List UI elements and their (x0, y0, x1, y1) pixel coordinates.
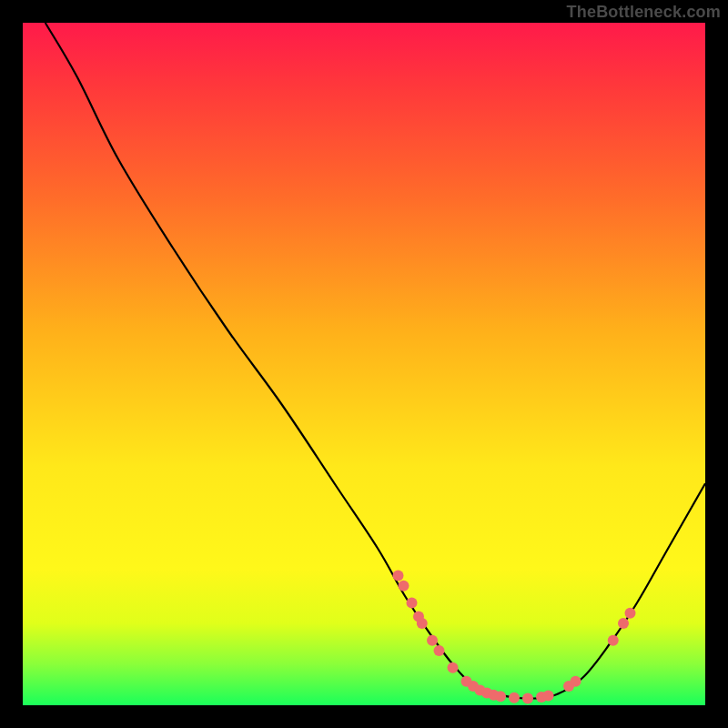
data-markers (393, 571, 636, 704)
bottleneck-curve (46, 23, 705, 699)
data-marker (625, 608, 636, 619)
data-marker (618, 618, 629, 629)
data-marker (399, 581, 410, 592)
data-marker (509, 693, 520, 703)
data-marker (393, 571, 404, 581)
data-marker (434, 645, 445, 656)
data-marker (407, 598, 418, 609)
data-marker (448, 662, 459, 673)
chart-overlay (0, 0, 728, 728)
data-marker (427, 635, 438, 646)
data-marker (608, 635, 619, 646)
data-marker (495, 691, 506, 702)
data-marker (522, 693, 533, 704)
data-marker (417, 618, 428, 629)
data-marker (543, 691, 554, 702)
data-marker (571, 676, 581, 687)
